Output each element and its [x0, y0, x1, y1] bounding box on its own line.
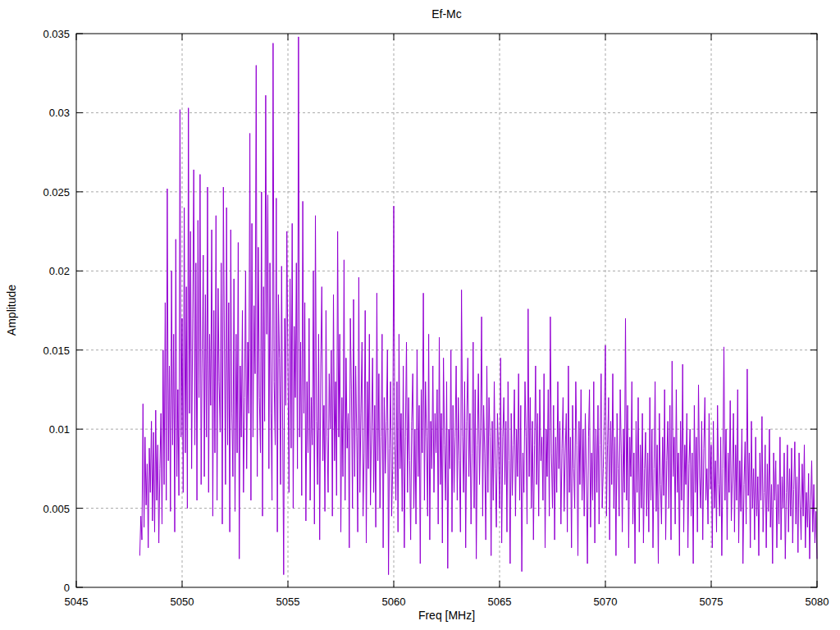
- x-tick-label: 5050: [171, 596, 194, 608]
- x-axis-label: Freq [MHz]: [76, 609, 817, 622]
- y-tick-label: 0.01: [49, 423, 70, 436]
- x-tick-label: 5075: [700, 596, 724, 608]
- y-axis-label: Amplitude: [5, 285, 18, 336]
- x-tick-label: 5060: [382, 596, 406, 608]
- series-line: [139, 37, 817, 575]
- y-tick-label: 0.025: [43, 186, 70, 199]
- x-tick-label: 5070: [594, 596, 618, 608]
- y-tick-label: 0: [64, 582, 70, 594]
- x-tick-label: 5080: [806, 596, 829, 608]
- y-tick-label: 0.035: [43, 28, 70, 40]
- y-tick-label: 0.02: [49, 265, 70, 277]
- plot-area-svg: 5045505050555060506550705075508000.0050.…: [0, 0, 840, 630]
- x-tick-label: 5045: [65, 596, 89, 608]
- y-tick-label: 0.015: [43, 345, 70, 357]
- x-tick-label: 5055: [276, 596, 300, 608]
- x-tick-label: 5065: [488, 596, 512, 608]
- y-tick-label: 0.03: [49, 107, 70, 119]
- chart: Ef-Mc 5045505050555060506550705075508000…: [0, 0, 840, 630]
- y-tick-label: 0.005: [43, 503, 70, 515]
